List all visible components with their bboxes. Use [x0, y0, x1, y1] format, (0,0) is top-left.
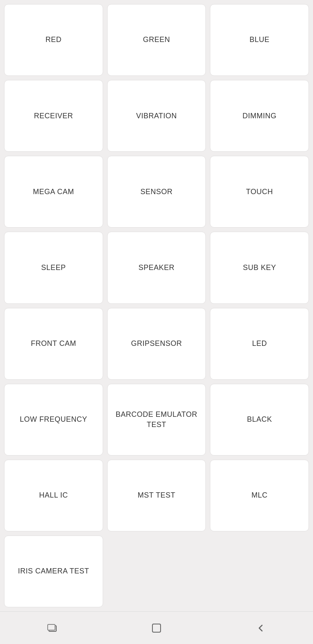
grid-item-label-iris-camera-test: IRIS CAMERA TEST: [18, 566, 89, 576]
back-button[interactable]: [249, 616, 273, 640]
grid-item-label-receiver: RECEIVER: [34, 111, 73, 121]
grid-item-hall-ic[interactable]: HALL IC: [4, 460, 103, 531]
grid-item-label-mega-cam: MEGA CAM: [33, 187, 74, 197]
grid-item-label-led: LED: [252, 339, 267, 349]
grid-item-label-black: BLACK: [247, 414, 272, 425]
recent-apps-button[interactable]: [40, 616, 64, 640]
grid-item-mst-test[interactable]: MST TEST: [107, 460, 206, 531]
grid-item-front-cam[interactable]: FRONT CAM: [4, 308, 103, 380]
svg-rect-2: [152, 624, 161, 632]
grid-item-vibration[interactable]: VIBRATION: [107, 80, 206, 152]
grid-item-label-red: RED: [46, 35, 62, 45]
grid-item-green[interactable]: GREEN: [107, 4, 206, 76]
test-grid: REDGREENBLUERECEIVERVIBRATIONDIMMINGMEGA…: [0, 0, 313, 611]
grid-item-label-blue: BLUE: [249, 35, 269, 45]
grid-item-label-green: GREEN: [143, 35, 170, 45]
home-button[interactable]: [144, 616, 169, 640]
grid-item-label-gripsensor: GRIPSENSOR: [131, 339, 182, 349]
grid-item-mega-cam[interactable]: MEGA CAM: [4, 156, 103, 228]
grid-item-gripsensor[interactable]: GRIPSENSOR: [107, 308, 206, 380]
grid-item-barcode-emulator-test[interactable]: BARCODE EMULATOR TEST: [107, 384, 206, 456]
grid-item-label-sub-key: SUB KEY: [243, 263, 276, 273]
grid-item-label-barcode-emulator-test: BARCODE EMULATOR TEST: [116, 409, 198, 430]
grid-item-speaker[interactable]: SPEAKER: [107, 232, 206, 303]
grid-item-label-speaker: SPEAKER: [139, 263, 175, 273]
grid-item-label-mst-test: MST TEST: [138, 490, 175, 500]
grid-item-iris-camera-test[interactable]: IRIS CAMERA TEST: [4, 536, 103, 607]
bottom-navigation: [0, 611, 313, 644]
grid-item-receiver[interactable]: RECEIVER: [4, 80, 103, 152]
grid-item-sensor[interactable]: SENSOR: [107, 156, 206, 228]
grid-item-label-hall-ic: HALL IC: [39, 490, 68, 500]
grid-item-label-dimming: DIMMING: [242, 111, 277, 121]
grid-item-red[interactable]: RED: [4, 4, 103, 76]
grid-item-low-frequency[interactable]: LOW FREQUENCY: [4, 384, 103, 456]
grid-item-dimming[interactable]: DIMMING: [210, 80, 309, 152]
grid-item-label-sleep: SLEEP: [41, 263, 66, 273]
grid-item-led[interactable]: LED: [210, 308, 309, 380]
grid-item-sleep[interactable]: SLEEP: [4, 232, 103, 303]
grid-item-label-mlc: MLC: [251, 490, 268, 500]
grid-item-label-low-frequency: LOW FREQUENCY: [20, 414, 88, 425]
grid-item-label-vibration: VIBRATION: [136, 111, 177, 121]
grid-item-sub-key[interactable]: SUB KEY: [210, 232, 309, 303]
grid-item-black[interactable]: BLACK: [210, 384, 309, 456]
grid-item-label-touch: TOUCH: [246, 187, 273, 197]
grid-item-mlc[interactable]: MLC: [210, 460, 309, 531]
grid-item-label-sensor: SENSOR: [140, 187, 172, 197]
grid-item-blue[interactable]: BLUE: [210, 4, 309, 76]
grid-item-touch[interactable]: TOUCH: [210, 156, 309, 228]
svg-rect-1: [48, 624, 55, 630]
grid-item-label-front-cam: FRONT CAM: [31, 339, 76, 349]
